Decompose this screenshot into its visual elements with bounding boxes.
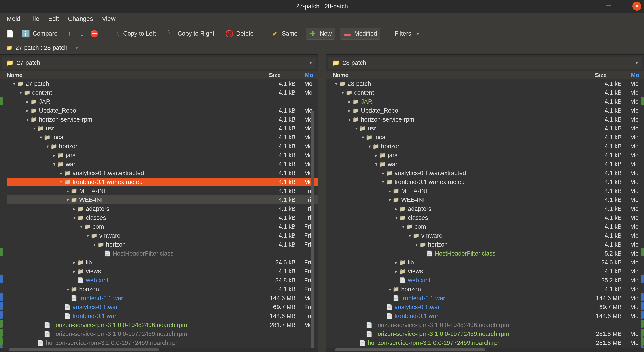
expand-open-icon[interactable]: ▾ (367, 142, 372, 151)
expand-open-icon[interactable]: ▾ (353, 124, 359, 133)
expand-open-icon[interactable]: ▾ (11, 79, 17, 88)
expand-open-icon[interactable]: ▾ (340, 88, 346, 97)
right-path-selector[interactable]: 📁 28-patch ▾ (328, 56, 642, 69)
left-tree[interactable]: ▾27-patch4.1 kBMo▾content4.1 kBMo▸JAR▸Up… (0, 79, 318, 352)
expand-open-icon[interactable]: ▾ (360, 133, 366, 142)
tree-folder-row[interactable]: ▾war4.1 kBMo (329, 160, 644, 169)
tree-folder-row[interactable]: ▸adaptors4.1 kBFri (7, 204, 318, 213)
left-horizontal-scrollbar[interactable] (0, 348, 318, 352)
tree-folder-row[interactable]: ▾classes4.1 kBFri (7, 213, 318, 222)
window-minimize-button[interactable] (604, 2, 613, 11)
tree-file-row[interactable]: frontend-0.1.war144.6 MBMo (7, 294, 318, 303)
tree-file-row[interactable]: web.xml25.2 kBMo (329, 276, 644, 285)
col-modified[interactable]: Mo (302, 71, 318, 79)
expand-closed-icon[interactable]: ▸ (394, 258, 399, 267)
expand-open-icon[interactable]: ▾ (346, 115, 352, 124)
tree-folder-row[interactable]: ▾28-patch4.1 kBMo (329, 79, 644, 88)
tree-folder-row[interactable]: ▾war4.1 kBMo (7, 160, 318, 169)
tree-folder-row[interactable]: ▸adaptors4.1 kBMo (329, 204, 644, 213)
expand-open-icon[interactable]: ▾ (24, 115, 30, 124)
tree-folder-row[interactable]: ▸jars4.1 kBMo (7, 151, 318, 160)
expand-open-icon[interactable]: ▾ (414, 240, 420, 249)
tree-file-row[interactable]: frontend-0.1.war144.6 MBFri (7, 312, 318, 321)
expand-open-icon[interactable]: ▾ (38, 133, 44, 142)
tree-folder-row[interactable]: ▸Update_Repo4.1 kBMo (329, 106, 644, 115)
expand-closed-icon[interactable]: ▸ (65, 285, 71, 294)
tree-folder-row[interactable]: ▸lib24.6 kBFri (7, 258, 318, 267)
expand-open-icon[interactable]: ▾ (85, 231, 91, 240)
menu-changes[interactable]: Changes (64, 14, 96, 24)
expand-closed-icon[interactable]: ▸ (387, 285, 393, 294)
tree-file-row[interactable]: frontend-0.1.war144.6 MBMo (329, 312, 644, 321)
tree-folder-row[interactable]: ▾local4.1 kBMo (7, 133, 318, 142)
copy-left-button[interactable]: 〈 Copy to Left (109, 28, 159, 39)
tree-folder-row[interactable]: ▾content4.1 kBMo (7, 88, 318, 97)
expand-closed-icon[interactable]: ▸ (72, 258, 77, 267)
menu-view[interactable]: View (98, 14, 119, 24)
tree-folder-row[interactable]: ▾horizon-service-rpm4.1 kBMo (329, 115, 644, 124)
tree-file-row[interactable]: HostHeaderFilter.class (7, 249, 318, 258)
window-close-button[interactable] (632, 2, 641, 11)
col-name[interactable]: Name (326, 71, 592, 79)
expand-open-icon[interactable]: ▾ (400, 222, 406, 231)
delete-button[interactable]: 🚫 Delete (222, 28, 257, 39)
tree-folder-row[interactable]: ▸Update_Repo4.1 kBMo (7, 106, 318, 115)
tree-folder-row[interactable]: ▾com4.1 kBFri (7, 222, 318, 231)
tree-folder-row[interactable]: ▸horizon4.1 kBMo (329, 285, 644, 294)
compare-button[interactable]: ℹ️ Compare (19, 28, 60, 39)
tree-file-row[interactable]: horizon-service-rpm-3.1.0.0-19482496.noa… (7, 321, 318, 330)
left-vertical-scrollbar[interactable] (310, 111, 315, 352)
filter-same-toggle[interactable]: ✔ Same (268, 28, 301, 39)
tree-folder-row[interactable]: ▾frontend-0.1.war.extracted4.1 kBMo (7, 177, 318, 186)
expand-closed-icon[interactable]: ▸ (380, 169, 386, 177)
tree-folder-row[interactable]: ▾local4.1 kBMo (329, 133, 644, 142)
expand-open-icon[interactable]: ▾ (387, 195, 393, 204)
tree-folder-row[interactable]: ▸META-INF4.1 kBMo (329, 186, 644, 195)
tree-folder-row[interactable]: ▾com4.1 kBMo (329, 222, 644, 231)
menu-meld[interactable]: Meld (3, 14, 24, 24)
tree-folder-row[interactable]: ▾WEB-INF4.1 kBMo (329, 195, 644, 204)
tree-folder-row[interactable]: ▾horizon-service-rpm4.1 kBMo (7, 115, 318, 124)
tree-folder-row[interactable]: ▾frontend-0.1.war.extracted4.1 kBMo (329, 177, 644, 186)
filters-dropdown[interactable]: Filters ▾ (392, 28, 425, 39)
tree-file-row[interactable]: HostHeaderFilter.class5.2 kBMo (329, 249, 644, 258)
expand-open-icon[interactable]: ▾ (380, 177, 386, 186)
tree-folder-row[interactable]: ▾content4.1 kBMo (329, 88, 644, 97)
expand-closed-icon[interactable]: ▸ (387, 186, 393, 195)
expand-open-icon[interactable]: ▾ (31, 124, 37, 133)
tree-folder-row[interactable]: ▾horizon4.1 kBMo (7, 142, 318, 151)
expand-closed-icon[interactable]: ▸ (394, 204, 399, 213)
expand-closed-icon[interactable]: ▸ (72, 267, 77, 276)
col-size[interactable]: Size (266, 71, 302, 79)
tree-folder-row[interactable]: ▸views4.1 kBMo (329, 267, 644, 276)
right-tree[interactable]: ▾28-patch4.1 kBMo▾content4.1 kBMo▸JAR4.1… (326, 79, 644, 352)
new-comparison-icon[interactable]: 📄 (6, 30, 14, 37)
tree-folder-row[interactable]: ▾WEB-INF4.1 kBFri (7, 195, 318, 204)
comparison-tab[interactable]: 📁 27-patch : 28-patch ✕ (3, 42, 84, 54)
right-column-header[interactable]: Name Size Mo (326, 71, 644, 79)
tree-folder-row[interactable]: ▸META-INF4.1 kBFri (7, 186, 318, 195)
tree-folder-row[interactable]: ▾horizon4.1 kBFri (7, 240, 318, 249)
expand-closed-icon[interactable]: ▸ (346, 106, 352, 115)
expand-closed-icon[interactable]: ▸ (52, 151, 57, 160)
expand-closed-icon[interactable]: ▸ (24, 106, 30, 115)
left-path-selector[interactable]: 📁 27-patch ▾ (2, 56, 316, 69)
expand-open-icon[interactable]: ▾ (407, 231, 413, 240)
filter-modified-toggle[interactable]: ▬ Modified (340, 28, 380, 39)
tree-folder-row[interactable]: ▾vmware4.1 kBMo (329, 231, 644, 240)
expand-open-icon[interactable]: ▾ (333, 79, 339, 88)
tree-folder-row[interactable]: ▸jars4.1 kBMo (329, 151, 644, 160)
filter-new-toggle[interactable]: ✚ New (306, 28, 335, 39)
tree-file-row[interactable]: horizon-service-rpm-3.1.0.0-19482496.noa… (329, 321, 644, 330)
window-maximize-button[interactable] (618, 2, 627, 11)
tree-folder-row[interactable]: ▾usr4.1 kBMo (7, 124, 318, 133)
expand-closed-icon[interactable]: ▸ (58, 169, 64, 177)
tree-folder-row[interactable]: ▸JAR4.1 kBMo (329, 97, 644, 106)
tree-file-row[interactable]: analytics-0.1.war69.7 MBFri (7, 303, 318, 312)
col-modified[interactable]: Mo (628, 71, 644, 79)
tree-file-row[interactable]: horizon-service-rpm-3.1.0.0-19772459.noa… (7, 338, 318, 347)
col-size[interactable]: Size (592, 71, 628, 79)
expand-closed-icon[interactable]: ▸ (346, 97, 352, 106)
expand-open-icon[interactable]: ▾ (374, 160, 379, 169)
expand-open-icon[interactable]: ▾ (394, 213, 399, 222)
